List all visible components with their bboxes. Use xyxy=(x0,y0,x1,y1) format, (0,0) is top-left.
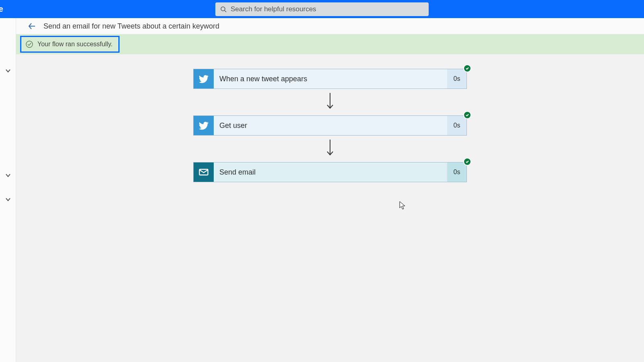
app-title-fragment: te xyxy=(0,4,3,14)
flow-step-duration: 0s xyxy=(447,69,466,88)
svg-point-0 xyxy=(221,7,225,11)
search-box[interactable] xyxy=(215,2,429,16)
success-badge-icon xyxy=(463,111,471,119)
flow-step-label: Get user xyxy=(214,116,447,135)
flow-step-get-user[interactable]: Get user 0s xyxy=(193,115,467,136)
flow-step-label: Send email xyxy=(214,162,447,182)
left-rail xyxy=(0,18,16,362)
check-circle-icon xyxy=(25,40,33,48)
search-icon xyxy=(220,6,227,12)
top-bar: te xyxy=(0,0,644,18)
chevron-down-icon[interactable] xyxy=(4,194,12,206)
svg-line-1 xyxy=(225,10,226,12)
success-banner: Your flow ran successfully. xyxy=(16,34,644,54)
arrow-down-icon xyxy=(326,89,334,115)
flow-step-label: When a new tweet appears xyxy=(214,69,447,88)
twitter-icon xyxy=(194,69,214,88)
chevron-down-icon[interactable] xyxy=(4,66,12,78)
mail-icon xyxy=(194,162,214,182)
svg-point-3 xyxy=(26,41,33,47)
back-arrow-icon[interactable] xyxy=(27,22,36,31)
arrow-down-icon xyxy=(326,136,334,162)
page-header: Send an email for new Tweets about a cer… xyxy=(16,18,644,34)
flow-step-duration: 0s xyxy=(447,116,466,135)
flow-canvas[interactable]: When a new tweet appears 0s Get user 0s xyxy=(16,54,644,362)
flow-step-duration: 0s xyxy=(447,162,466,182)
success-badge-icon xyxy=(463,64,471,72)
chevron-down-icon[interactable] xyxy=(4,170,12,182)
page-title: Send an email for new Tweets about a cer… xyxy=(43,22,219,31)
search-input[interactable] xyxy=(231,5,424,13)
flow-step-send-email[interactable]: Send email 0s xyxy=(193,162,467,182)
success-highlight: Your flow ran successfully. xyxy=(20,36,120,53)
success-badge-icon xyxy=(463,158,471,166)
twitter-icon xyxy=(194,116,214,135)
flow-step-trigger[interactable]: When a new tweet appears 0s xyxy=(193,69,467,89)
flow-column: When a new tweet appears 0s Get user 0s xyxy=(16,69,644,182)
success-text: Your flow ran successfully. xyxy=(37,41,113,48)
